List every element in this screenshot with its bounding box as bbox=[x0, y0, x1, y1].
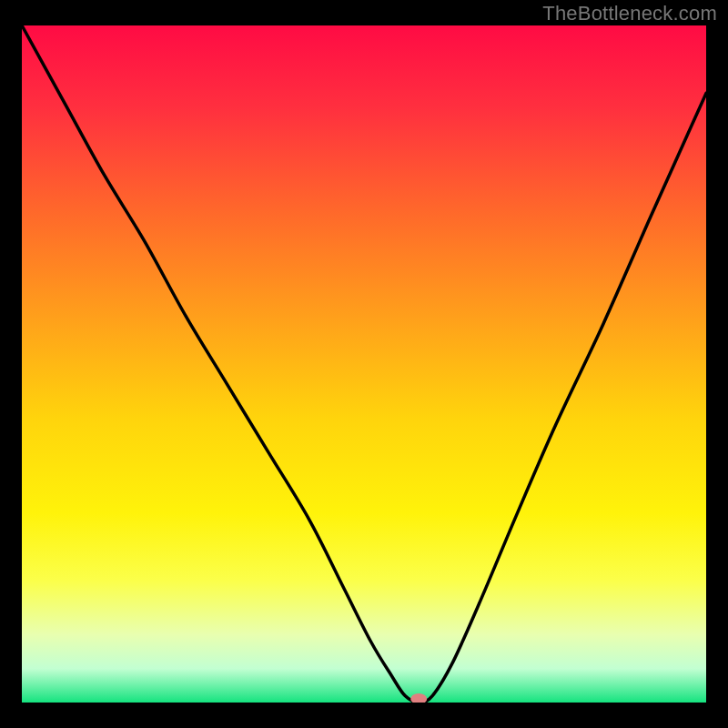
chart-background bbox=[22, 25, 706, 703]
plot-area bbox=[22, 25, 706, 703]
bottleneck-chart-svg bbox=[22, 25, 706, 703]
watermark-text: TheBottleneck.com bbox=[542, 2, 717, 25]
chart-frame: TheBottleneck.com bbox=[0, 0, 728, 728]
